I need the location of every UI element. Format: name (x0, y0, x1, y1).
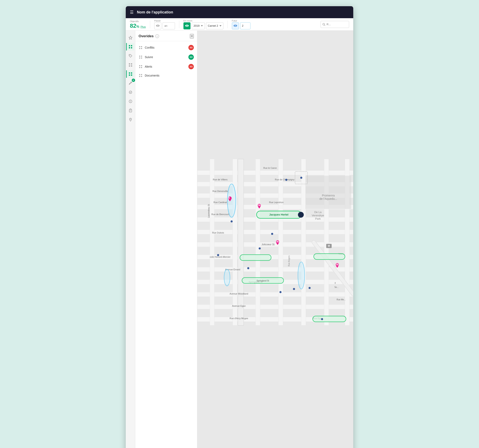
map-area[interactable]: Laurendeau St Promenra de l'Aquedu... De… (197, 31, 353, 448)
svg-rect-51 (197, 292, 353, 297)
divider-1 (150, 21, 150, 28)
svg-rect-9 (131, 63, 132, 65)
icon-grid-1 (128, 45, 133, 49)
map-svg: Laurendeau St Promenra de l'Aquedu... De… (197, 31, 353, 448)
futur-value-input[interactable] (240, 22, 250, 29)
svg-rect-36 (139, 74, 140, 75)
alerts-badge: XX (188, 64, 194, 69)
svg-rect-61 (238, 159, 244, 325)
sidebar-item-alert[interactable] (127, 98, 134, 105)
svg-text:Rue de Villiers: Rue de Villiers (213, 178, 227, 181)
svg-text:cole Honoré-Mercier: cole Honoré-Mercier (210, 256, 230, 258)
tools-badge: 8 (132, 79, 135, 82)
svg-rect-55 (233, 159, 237, 325)
futur-controls (232, 22, 250, 29)
svg-rect-52 (197, 305, 353, 309)
futur-section: Futur (232, 20, 250, 29)
suivre-badge: XX (188, 54, 194, 60)
svg-rect-14 (129, 74, 130, 76)
side-panel: Overides i ✕ Conflits XX (135, 31, 197, 448)
objectifs-more-link[interactable]: Plus (140, 25, 146, 28)
sidebar-item-icon1[interactable] (126, 43, 134, 50)
svg-rect-34 (139, 67, 140, 68)
svg-text:Rue Denonville: Rue Denonville (213, 190, 228, 192)
passe-label: Passé (154, 20, 161, 22)
svg-point-119 (309, 287, 311, 289)
search-icon (322, 23, 325, 26)
svg-text:Rue Me...: Rue Me... (337, 298, 346, 301)
svg-rect-58 (301, 159, 306, 325)
en-cours-eye-button[interactable] (183, 22, 191, 29)
svg-rect-29 (141, 56, 142, 57)
svg-point-94 (228, 185, 235, 217)
svg-rect-25 (141, 46, 142, 47)
objectifs-label: Objectifs (130, 20, 139, 23)
svg-point-114 (271, 233, 273, 235)
svg-rect-4 (131, 45, 132, 46)
toolbar: Objectifs 82% Plus Passé (126, 18, 353, 31)
panel-info-icon[interactable]: i (155, 34, 159, 38)
panel-item-suivre[interactable]: Suivre XX (135, 52, 197, 62)
panel-item-alerts[interactable]: Alerts XX (135, 62, 197, 71)
search-input[interactable] (326, 23, 347, 26)
svg-rect-32 (139, 65, 140, 66)
panel-item-conflits[interactable]: Conflits XX (135, 43, 197, 52)
svg-text:Springland St: Springland St (257, 280, 269, 282)
svg-text:Rue Angers: Rue Angers (288, 255, 290, 266)
svg-line-1 (325, 25, 325, 26)
svg-rect-39 (141, 76, 142, 77)
sidebar-item-pin[interactable] (127, 116, 134, 123)
svg-text:Jacques Hertel: Jacques Hertel (269, 213, 288, 216)
objectifs-section: Objectifs 82% Plus (130, 20, 146, 29)
svg-text:Park: Park (315, 217, 321, 220)
svg-rect-24 (139, 46, 140, 47)
svg-rect-12 (129, 72, 130, 74)
svg-text:Promenra: Promenra (322, 194, 335, 197)
panel-close-button[interactable]: ✕ (190, 34, 194, 39)
svg-point-19 (130, 100, 131, 101)
svg-point-98 (299, 263, 304, 288)
svg-rect-27 (141, 48, 142, 49)
panel-item-documents[interactable]: Documents (135, 71, 197, 80)
svg-text:5e...: 5e... (335, 286, 339, 288)
svg-text:Avenue Woodland: Avenue Woodland (230, 293, 248, 295)
svg-point-121 (279, 291, 281, 293)
svg-rect-20 (129, 109, 132, 112)
svg-rect-26 (139, 48, 140, 49)
en-cours-controls: 2019 Carnet 2 (183, 22, 223, 29)
svg-point-118 (321, 318, 323, 320)
futur-eye-button[interactable] (232, 22, 239, 29)
hamburger-menu-button[interactable]: ☰ (130, 10, 134, 15)
svg-rect-3 (129, 45, 130, 46)
svg-rect-30 (139, 58, 140, 59)
svg-text:Rue le Caron: Rue le Caron (263, 167, 277, 169)
sidebar-item-star[interactable] (127, 34, 134, 41)
svg-point-120 (293, 288, 295, 290)
search-box (320, 21, 349, 28)
passe-year-input[interactable] (163, 22, 175, 29)
sidebar-item-tag[interactable] (127, 52, 134, 60)
sidebar-item-tools[interactable]: 8 (127, 80, 134, 87)
top-nav: ☰ Nom de l'application (126, 6, 353, 18)
documents-icon (139, 74, 143, 78)
documents-label: Documents (145, 74, 194, 77)
svg-point-102 (298, 212, 304, 218)
panel-header: Overides i ✕ (135, 31, 197, 41)
svg-text:Jolicoeur St: Jolicoeur St (261, 243, 275, 246)
svg-rect-49 (197, 267, 353, 272)
passe-eye-button[interactable] (154, 22, 161, 29)
sidebar-item-icon3[interactable] (126, 70, 134, 78)
en-cours-year-select[interactable]: 2019 (192, 22, 205, 29)
svg-rect-35 (141, 67, 142, 68)
svg-rect-106 (314, 254, 345, 259)
sidebar-item-location[interactable] (127, 88, 134, 96)
svg-rect-111 (313, 316, 346, 321)
svg-text:Avenue Egan: Avenue Egan (232, 305, 246, 307)
sidebar-item-clipboard[interactable] (127, 107, 134, 114)
en-cours-section: En cours 2019 Carnet 2 (183, 20, 223, 29)
en-cours-carnet-select[interactable]: Carnet 2 (206, 22, 223, 29)
sidebar-item-icon2[interactable] (127, 61, 134, 69)
svg-point-7 (129, 55, 130, 56)
svg-text:Rue Leprohon: Rue Leprohon (269, 201, 284, 204)
svg-text:Laurendeau St: Laurendeau St (208, 204, 210, 218)
